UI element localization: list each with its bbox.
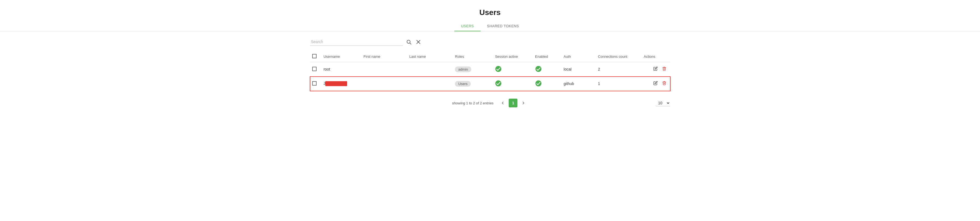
header-enabled: Enabled	[533, 51, 562, 62]
search-input[interactable]	[310, 38, 403, 46]
connections-j: 1	[596, 77, 641, 91]
checkbox-j[interactable]	[312, 81, 317, 85]
clear-button[interactable]	[415, 38, 422, 46]
tabs-container: USERS SHARED TOKENS	[0, 21, 980, 32]
lastname-j	[407, 77, 453, 91]
delete-icon-root	[662, 66, 667, 71]
svg-point-7	[535, 81, 541, 86]
per-page-select[interactable]: 10 25 50 100	[656, 100, 670, 106]
header-session: Session active	[493, 51, 533, 62]
edit-icon-j	[653, 81, 658, 85]
session-j	[493, 77, 533, 91]
chevron-left-icon	[501, 101, 505, 105]
checkbox-root[interactable]	[312, 67, 317, 71]
search-button[interactable]	[405, 38, 413, 46]
session-check-j	[495, 80, 501, 87]
table-row: J Users	[310, 77, 670, 91]
row-checkbox-root	[310, 62, 321, 77]
auth-root: local	[562, 62, 596, 77]
header-firstname: First name	[361, 51, 407, 62]
enabled-j	[533, 77, 562, 91]
header-auth: Auth	[562, 51, 596, 62]
role-badge-root: admin	[455, 66, 471, 72]
page-1-button[interactable]: 1	[509, 99, 517, 107]
lastname-root	[407, 62, 453, 77]
firstname-j	[361, 77, 407, 91]
search-row	[310, 38, 670, 46]
table-row: root admin	[310, 62, 670, 77]
roles-j: Users	[453, 77, 493, 91]
tab-shared-tokens[interactable]: SHARED TOKENS	[480, 21, 526, 32]
svg-line-1	[410, 43, 411, 44]
search-input-wrapper	[310, 38, 403, 46]
edit-icon-root	[653, 66, 658, 71]
svg-point-4	[495, 66, 501, 72]
svg-point-6	[495, 81, 501, 86]
actions-j	[641, 77, 670, 91]
actions-root	[641, 62, 670, 77]
users-table: Username First name Last name Roles Sess…	[310, 51, 670, 91]
next-page-button[interactable]	[519, 100, 528, 106]
enabled-root	[533, 62, 562, 77]
auth-j: github	[562, 77, 596, 91]
session-root	[493, 62, 533, 77]
delete-icon-j	[662, 81, 667, 85]
header-connections: Connections count	[596, 51, 641, 62]
header-username: Username	[321, 51, 361, 62]
roles-root: admin	[453, 62, 493, 77]
enabled-check-j	[535, 80, 542, 87]
firstname-root	[361, 62, 407, 77]
username-j: J	[321, 77, 361, 91]
pagination-row: showing 1 to 2 of 2 entries 1 10 25 50 1…	[310, 99, 670, 107]
header-roles: Roles	[453, 51, 493, 62]
connections-root: 2	[596, 62, 641, 77]
chevron-right-icon	[521, 101, 526, 105]
enabled-check-root	[535, 66, 542, 72]
header-checkbox	[310, 51, 321, 62]
session-check-root	[495, 66, 501, 72]
svg-point-5	[535, 66, 541, 72]
header-lastname: Last name	[407, 51, 453, 62]
delete-button-root[interactable]	[660, 65, 668, 73]
role-badge-j: Users	[455, 81, 471, 87]
pagination-info: showing 1 to 2 of 2 entries	[452, 101, 494, 105]
username-j-letter: J	[323, 81, 325, 85]
select-all-checkbox[interactable]	[312, 54, 317, 58]
close-icon	[416, 39, 421, 44]
search-icon	[406, 39, 412, 45]
username-root: root	[321, 62, 361, 77]
edit-button-root[interactable]	[652, 65, 659, 73]
page-title: Users	[0, 5, 980, 17]
table-header-row: Username First name Last name Roles Sess…	[310, 51, 670, 62]
header-actions: Actions	[641, 51, 670, 62]
edit-button-j[interactable]	[652, 80, 659, 87]
redacted-username	[325, 81, 347, 86]
row-checkbox-j	[310, 77, 321, 91]
delete-button-j[interactable]	[660, 80, 668, 87]
per-page-wrapper: 10 25 50 100	[656, 100, 670, 106]
tab-users[interactable]: USERS	[454, 21, 480, 32]
prev-page-button[interactable]	[498, 100, 507, 106]
